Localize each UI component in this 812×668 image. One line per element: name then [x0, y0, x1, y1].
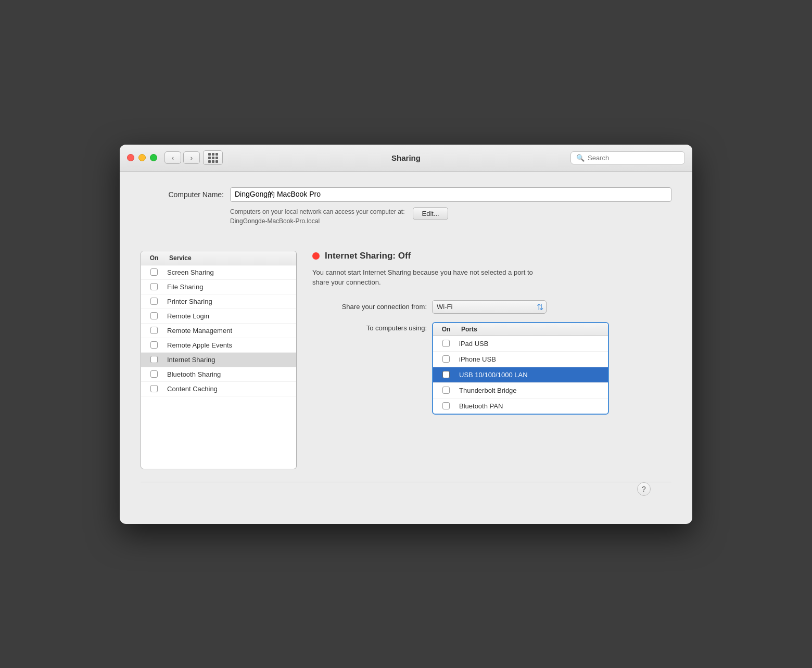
status-desc-text: You cannot start Internet Sharing becaus… — [312, 268, 533, 287]
port-checkbox-cell — [433, 387, 459, 394]
service-checkbox-cell — [141, 312, 167, 319]
service-row[interactable]: Bluetooth Sharing — [141, 367, 296, 382]
search-icon: 🔍 — [576, 154, 585, 162]
usb-lan-checkbox[interactable] — [442, 371, 450, 378]
bluetooth-sharing-checkbox[interactable] — [150, 370, 158, 378]
window-title: Sharing — [391, 153, 421, 162]
ipad-usb-label: iPad USB — [459, 340, 608, 348]
share-from-label: Share your connection from: — [312, 303, 427, 311]
services-header-on: On — [141, 254, 167, 262]
service-checkbox-cell — [141, 298, 167, 305]
remote-login-checkbox[interactable] — [150, 312, 158, 319]
content-caching-checkbox[interactable] — [150, 385, 158, 392]
bottom-bar: ? — [141, 482, 671, 508]
iphone-usb-checkbox[interactable] — [442, 355, 450, 363]
service-row[interactable]: Content Caching — [141, 382, 296, 396]
back-button[interactable]: ‹ — [164, 151, 181, 164]
remote-apple-events-label: Remote Apple Events — [167, 341, 296, 349]
ports-table: On Ports iPad USB — [432, 322, 609, 415]
screen-sharing-label: Screen Sharing — [167, 268, 296, 276]
content-caching-label: Content Caching — [167, 385, 296, 393]
service-row[interactable]: Remote Apple Events — [141, 338, 296, 353]
service-row[interactable]: Remote Management — [141, 324, 296, 338]
printer-sharing-checkbox[interactable] — [150, 298, 158, 305]
service-row[interactable]: Remote Login — [141, 309, 296, 324]
ports-header-on: On — [433, 326, 459, 333]
service-row[interactable]: Printer Sharing — [141, 294, 296, 309]
computer-name-label: Computer Name: — [141, 190, 224, 199]
ipad-usb-row[interactable]: iPad USB — [433, 336, 608, 352]
remote-management-label: Remote Management — [167, 327, 296, 335]
service-checkbox-cell — [141, 341, 167, 349]
service-checkbox-cell — [141, 356, 167, 363]
main-area: On Service Screen Sharing File Sharing — [141, 251, 671, 469]
internet-sharing-row[interactable]: Internet Sharing — [141, 353, 296, 367]
port-checkbox-cell — [433, 355, 459, 363]
nav-buttons: ‹ › — [164, 151, 200, 164]
usb-lan-row[interactable]: USB 10/100/1000 LAN — [433, 367, 608, 383]
right-panel: Internet Sharing: Off You cannot start I… — [312, 251, 671, 469]
zoom-button[interactable] — [150, 154, 157, 161]
bluetooth-pan-checkbox[interactable] — [442, 402, 450, 409]
bluetooth-pan-label: Bluetooth PAN — [459, 402, 608, 410]
services-header: On Service — [141, 251, 296, 265]
remote-management-checkbox[interactable] — [150, 327, 158, 334]
port-checkbox-cell — [433, 402, 459, 409]
status-row: Internet Sharing: Off — [312, 251, 671, 261]
service-row[interactable]: Screen Sharing — [141, 265, 296, 280]
search-input[interactable] — [588, 154, 679, 162]
computers-using-label: To computers using: — [312, 322, 427, 332]
usb-lan-label: USB 10/100/1000 LAN — [459, 371, 608, 379]
services-header-service: Service — [167, 254, 296, 262]
help-button[interactable]: ? — [637, 482, 651, 496]
thunderbolt-bridge-checkbox[interactable] — [442, 387, 450, 394]
service-row[interactable]: File Sharing — [141, 280, 296, 294]
status-description: You cannot start Internet Sharing becaus… — [312, 267, 671, 288]
port-checkbox-cell — [433, 371, 459, 378]
services-panel: On Service Screen Sharing File Sharing — [141, 251, 297, 469]
internet-sharing-label: Internet Sharing — [167, 356, 296, 364]
screen-sharing-checkbox[interactable] — [150, 268, 158, 276]
remote-apple-events-checkbox[interactable] — [150, 341, 158, 349]
network-info: Computers on your local network can acce… — [230, 207, 404, 226]
close-button[interactable] — [127, 154, 134, 161]
service-checkbox-cell — [141, 370, 167, 378]
bluetooth-pan-row[interactable]: Bluetooth PAN — [433, 399, 608, 414]
grid-icon — [208, 153, 218, 163]
status-title: Internet Sharing: Off — [325, 251, 411, 261]
port-checkbox-cell — [433, 340, 459, 347]
grid-view-button[interactable] — [203, 150, 223, 165]
remote-login-label: Remote Login — [167, 312, 296, 320]
file-sharing-label: File Sharing — [167, 283, 296, 291]
thunderbolt-bridge-label: Thunderbolt Bridge — [459, 387, 608, 394]
content-area: Computer Name: Computers on your local n… — [120, 172, 692, 524]
minimize-button[interactable] — [138, 154, 146, 161]
share-from-select-wrapper: Wi-Fi Ethernet Bluetooth PAN Thunderbolt… — [432, 300, 547, 314]
service-checkbox-cell — [141, 385, 167, 392]
computer-name-row: Computer Name: — [141, 187, 671, 202]
bluetooth-sharing-label: Bluetooth Sharing — [167, 370, 296, 378]
ports-header: On Ports — [433, 323, 608, 336]
ipad-usb-checkbox[interactable] — [442, 340, 450, 347]
status-dot — [312, 252, 320, 260]
service-checkbox-cell — [141, 327, 167, 334]
network-info-line1: Computers on your local network can acce… — [230, 208, 404, 215]
printer-sharing-label: Printer Sharing — [167, 298, 296, 305]
ports-header-ports: Ports — [459, 326, 608, 333]
thunderbolt-bridge-row[interactable]: Thunderbolt Bridge — [433, 383, 608, 399]
share-from-row: Share your connection from: Wi-Fi Ethern… — [312, 300, 671, 314]
computer-name-input[interactable] — [230, 187, 671, 202]
file-sharing-checkbox[interactable] — [150, 283, 158, 290]
main-window: ‹ › Sharing 🔍 Computer Name: Computers o… — [120, 145, 692, 524]
search-box[interactable]: 🔍 — [570, 151, 685, 164]
iphone-usb-row[interactable]: iPhone USB — [433, 352, 608, 367]
service-checkbox-cell — [141, 268, 167, 276]
edit-button[interactable]: Edit... — [413, 207, 448, 220]
titlebar: ‹ › Sharing 🔍 — [120, 145, 692, 172]
share-from-select[interactable]: Wi-Fi Ethernet Bluetooth PAN Thunderbolt… — [432, 300, 547, 314]
network-info-line2: DingGongde-MacBook-Pro.local — [230, 217, 320, 225]
service-checkbox-cell — [141, 283, 167, 290]
internet-sharing-checkbox[interactable] — [150, 356, 158, 363]
forward-button[interactable]: › — [183, 151, 200, 164]
computers-using-row: To computers using: On Ports iPad USB — [312, 322, 671, 415]
